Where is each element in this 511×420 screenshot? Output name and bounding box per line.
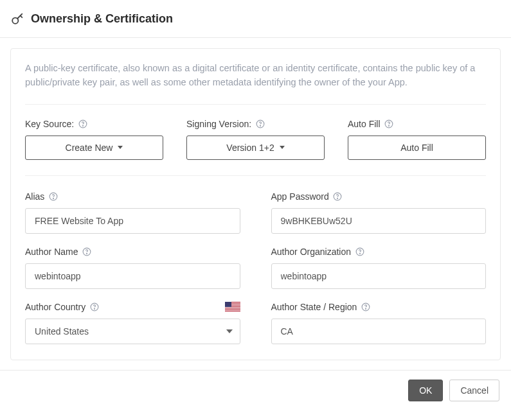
app-password-field: App Password xyxy=(271,191,487,234)
auto-fill-label-text: Auto Fill xyxy=(348,119,381,129)
author-country-select[interactable]: United States xyxy=(25,319,240,344)
svg-rect-26 xyxy=(225,302,231,307)
signing-version-label-text: Signing Version: xyxy=(186,119,251,129)
app-password-input[interactable] xyxy=(271,208,487,234)
auto-fill-button[interactable]: Auto Fill xyxy=(348,136,486,160)
author-org-label: Author Organization xyxy=(271,247,487,257)
app-password-label: App Password xyxy=(271,191,487,202)
page-header: Ownership & Certification xyxy=(0,0,511,38)
help-icon[interactable] xyxy=(255,119,265,128)
form-grid: Alias App Password Author Name xyxy=(25,176,486,344)
author-org-label-text: Author Organization xyxy=(271,247,352,257)
key-source-label: Key Source: xyxy=(25,119,163,129)
signing-version-dropdown[interactable]: Version 1+2 xyxy=(186,136,325,160)
help-icon[interactable] xyxy=(89,302,99,311)
author-name-label-text: Author Name xyxy=(25,247,78,257)
key-source-group: Key Source: Create New xyxy=(25,119,163,160)
caret-down-icon xyxy=(118,146,123,149)
author-country-label-text: Author Country xyxy=(25,302,85,312)
svg-line-2 xyxy=(21,15,22,17)
help-icon[interactable] xyxy=(355,247,364,256)
author-state-label-text: Author State / Region xyxy=(271,302,357,312)
signing-version-group: Signing Version: Version 1+2 xyxy=(186,119,325,160)
signing-version-value: Version 1+2 xyxy=(226,143,274,153)
svg-rect-23 xyxy=(225,307,240,308)
author-state-label: Author State / Region xyxy=(271,302,487,312)
svg-point-14 xyxy=(87,253,87,254)
svg-point-28 xyxy=(365,308,366,309)
dialog-footer: OK Cancel xyxy=(0,370,511,401)
help-icon[interactable] xyxy=(333,191,343,201)
key-source-label-text: Key Source: xyxy=(25,119,74,129)
author-org-field: Author Organization xyxy=(271,247,487,289)
author-state-input[interactable] xyxy=(271,319,487,344)
help-icon[interactable] xyxy=(48,191,58,201)
key-icon xyxy=(10,12,24,26)
auto-fill-group: Auto Fill Auto Fill xyxy=(348,119,486,160)
auto-fill-label: Auto Fill xyxy=(348,119,486,129)
svg-point-10 xyxy=(53,198,53,198)
alias-field: Alias xyxy=(25,191,240,234)
main-panel: A public-key certificate, also known as … xyxy=(10,48,501,360)
us-flag-icon xyxy=(225,302,240,311)
author-country-label: Author Country xyxy=(25,302,240,312)
svg-point-6 xyxy=(260,125,260,126)
svg-point-16 xyxy=(359,253,360,254)
help-icon[interactable] xyxy=(361,302,370,311)
help-icon[interactable] xyxy=(82,247,91,256)
author-org-input[interactable] xyxy=(271,263,487,289)
alias-label: Alias xyxy=(25,191,240,202)
key-source-dropdown[interactable]: Create New xyxy=(25,136,163,160)
alias-label-text: Alias xyxy=(25,191,44,202)
app-password-label-text: App Password xyxy=(271,191,329,202)
help-icon[interactable] xyxy=(384,119,394,128)
caret-down-icon xyxy=(280,146,285,149)
page-title: Ownership & Certification xyxy=(31,12,173,26)
svg-rect-24 xyxy=(225,308,240,309)
author-name-field: Author Name xyxy=(25,247,240,289)
svg-rect-25 xyxy=(225,310,240,311)
ok-button[interactable]: OK xyxy=(408,380,443,401)
signing-version-label: Signing Version: xyxy=(186,119,325,129)
author-state-field: Author State / Region xyxy=(271,302,487,344)
auto-fill-button-label: Auto Fill xyxy=(400,143,433,153)
key-source-value: Create New xyxy=(66,143,113,153)
panel-description: A public-key certificate, also known as … xyxy=(25,62,486,105)
svg-point-4 xyxy=(82,125,83,126)
author-name-label: Author Name xyxy=(25,247,240,257)
author-country-field: Author Country xyxy=(25,302,240,344)
cancel-button[interactable]: Cancel xyxy=(449,380,499,401)
alias-input[interactable] xyxy=(25,208,240,234)
author-name-input[interactable] xyxy=(25,263,240,289)
top-controls-row: Key Source: Create New Signing Version: … xyxy=(25,105,486,176)
svg-point-8 xyxy=(389,125,390,126)
svg-point-18 xyxy=(94,308,94,309)
help-icon[interactable] xyxy=(78,119,87,128)
svg-point-12 xyxy=(337,198,338,198)
